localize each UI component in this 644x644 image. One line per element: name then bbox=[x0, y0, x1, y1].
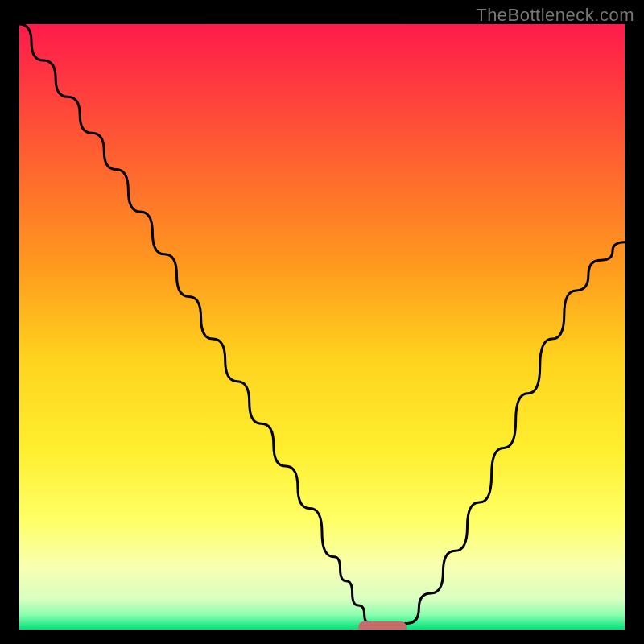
bottleneck-curve bbox=[19, 24, 625, 630]
plot-area bbox=[19, 24, 625, 630]
chart-frame: TheBottleneck.com bbox=[0, 0, 644, 644]
watermark-text: TheBottleneck.com bbox=[476, 5, 634, 26]
optimal-range-marker bbox=[358, 621, 407, 630]
